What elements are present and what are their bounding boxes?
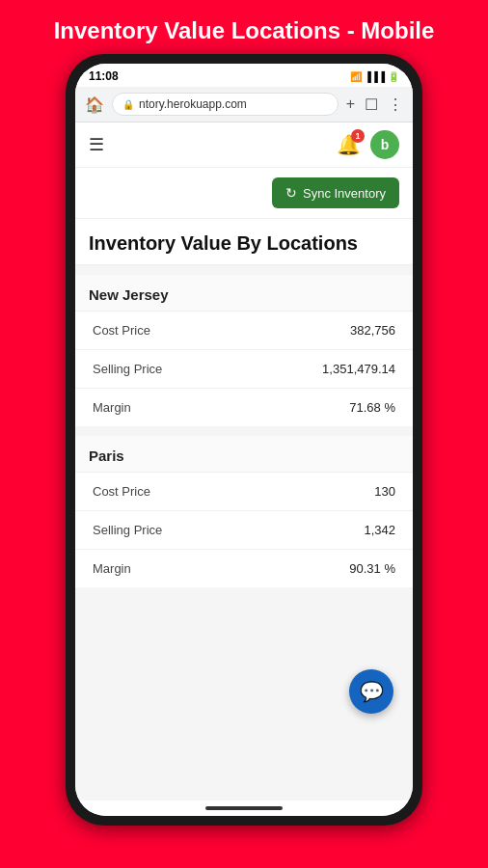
tabs-icon[interactable]: ☐ — [365, 95, 378, 114]
wifi-icon: 📶 — [350, 71, 362, 82]
sync-button-row: ↻ Sync Inventory — [75, 168, 413, 219]
app-header: ☰ 🔔 1 b — [75, 122, 413, 168]
data-row-paris-margin: Margin 90.31 % — [75, 550, 413, 587]
selling-price-value-paris: 1,342 — [364, 523, 395, 537]
location-section-new-jersey: New Jersey Cost Price 382,756 Selling Pr… — [75, 275, 413, 426]
signal-icon: ▐▐▐ — [365, 71, 385, 82]
notification-bell[interactable]: 🔔 1 — [337, 133, 361, 156]
browser-actions: + ☐ ⋮ — [346, 95, 403, 114]
phone-bottom — [75, 800, 413, 816]
page-title: Inventory Value Locations - Mobile — [44, 0, 445, 54]
location-name-new-jersey: New Jersey — [75, 275, 413, 312]
new-tab-icon[interactable]: + — [346, 95, 355, 113]
sync-button-label: Sync Inventory — [303, 186, 386, 201]
lock-icon: 🔒 — [122, 99, 134, 110]
cost-price-label-paris: Cost Price — [93, 484, 150, 499]
margin-value-nj: 71.68 % — [349, 400, 395, 415]
notification-badge: 1 — [351, 129, 365, 143]
selling-price-label-paris: Selling Price — [93, 523, 162, 537]
page-heading: Inventory Value By Locations — [75, 219, 413, 265]
fab-chat-button[interactable]: 💬 — [349, 669, 393, 714]
data-row-paris-selling: Selling Price 1,342 — [75, 511, 413, 550]
margin-label-nj: Margin — [93, 400, 131, 415]
phone-inner: 11:08 📶 ▐▐▐ 🔋 🏠 🔒 ntory.herokuapp.com + … — [75, 64, 413, 816]
browser-bar: 🏠 🔒 ntory.herokuapp.com + ☐ ⋮ — [75, 87, 413, 122]
menu-icon[interactable]: ⋮ — [388, 95, 403, 114]
sync-inventory-button[interactable]: ↻ Sync Inventory — [272, 177, 399, 208]
hamburger-menu[interactable]: ☰ — [89, 134, 104, 155]
battery-icon: 🔋 — [388, 71, 399, 82]
home-indicator — [205, 806, 283, 810]
url-box[interactable]: 🔒 ntory.herokuapp.com — [112, 93, 339, 116]
home-icon[interactable]: 🏠 — [85, 95, 104, 114]
data-row-paris-cost: Cost Price 130 — [75, 473, 413, 511]
selling-price-value-nj: 1,351,479.14 — [322, 362, 395, 376]
header-right: 🔔 1 b — [337, 130, 399, 159]
url-text: ntory.herokuapp.com — [139, 97, 247, 111]
location-name-paris: Paris — [75, 436, 413, 473]
avatar[interactable]: b — [370, 130, 399, 159]
location-section-paris: Paris Cost Price 130 Selling Price 1,342… — [75, 436, 413, 587]
status-time: 11:08 — [89, 69, 119, 83]
cost-price-value-paris: 130 — [374, 484, 395, 499]
margin-label-paris: Margin — [93, 561, 131, 576]
phone-frame: 11:08 📶 ▐▐▐ 🔋 🏠 🔒 ntory.herokuapp.com + … — [66, 54, 422, 826]
main-content-wrapper: ↻ Sync Inventory Inventory Value By Loca… — [75, 168, 413, 800]
cost-price-label-nj: Cost Price — [93, 323, 150, 338]
data-row-nj-cost: Cost Price 382,756 — [75, 312, 413, 350]
data-row-nj-margin: Margin 71.68 % — [75, 389, 413, 426]
status-bar: 11:08 📶 ▐▐▐ 🔋 — [75, 64, 413, 87]
status-icons: 📶 ▐▐▐ 🔋 — [350, 71, 399, 82]
cost-price-value-nj: 382,756 — [350, 323, 395, 338]
margin-value-paris: 90.31 % — [349, 561, 395, 576]
data-row-nj-selling: Selling Price 1,351,479.14 — [75, 350, 413, 389]
selling-price-label-nj: Selling Price — [93, 362, 162, 376]
sync-icon: ↻ — [285, 185, 297, 201]
